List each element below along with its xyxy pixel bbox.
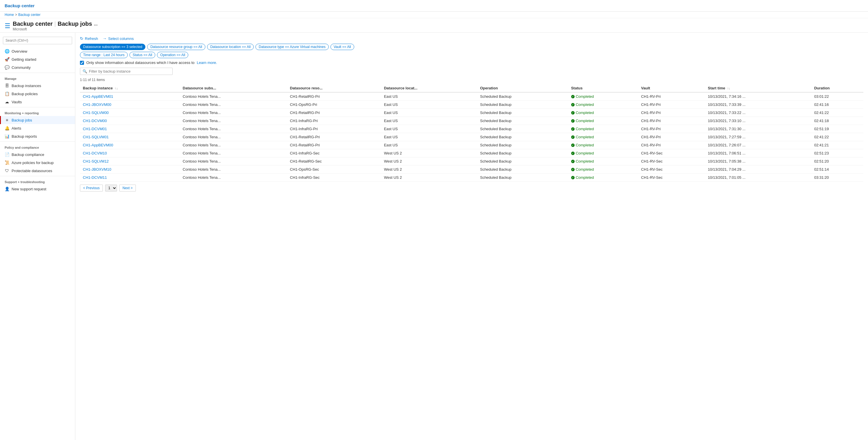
getting-started-icon: 🚀 — [5, 57, 9, 62]
cell-start-time: 10/13/2021, 7:05:38 ... — [705, 157, 811, 166]
sidebar-search-input[interactable] — [3, 37, 72, 44]
filter-input-wrap: 🔍 — [80, 68, 173, 75]
table-row[interactable]: CH1-DCVM10 Contoso Hotels Tena... CH1-In… — [80, 149, 863, 157]
sidebar-item-label-backup-compliance: Backup compliance — [11, 153, 44, 157]
cell-start-time: 10/13/2021, 7:33:10 ... — [705, 117, 811, 125]
alerts-icon: 🔔 — [5, 126, 9, 131]
overview-icon: 🌐 — [5, 49, 9, 54]
page-select[interactable]: 1 — [105, 184, 117, 192]
cell-backup-instance: CH1-AppBEVM00 — [80, 141, 180, 149]
status-completed-icon: ✓ — [571, 168, 575, 171]
breadcrumb: Home > Backup center — [0, 11, 868, 18]
filter-chip-datasource-rg[interactable]: Datasource resource group == All — [147, 44, 205, 50]
col-header-backup-instance[interactable]: Backup instance ↑↓ — [80, 84, 180, 92]
breadcrumb-current[interactable]: Backup center — [18, 13, 40, 17]
page-header-more[interactable]: ... — [94, 22, 98, 27]
cell-datasource-locat: East US — [381, 141, 477, 149]
cell-duration: 02:41:22 — [811, 109, 863, 117]
cell-datasource-locat: West US 2 — [381, 174, 477, 182]
status-completed-icon: ✓ — [571, 103, 575, 106]
col-header-operation[interactable]: Operation — [477, 84, 568, 92]
status-label: Completed — [576, 151, 594, 155]
table-row[interactable]: CH1-AppBEVM01 Contoso Hotels Tena... CH1… — [80, 92, 863, 101]
filter-chip-status[interactable]: Status == All — [129, 52, 155, 58]
sidebar-item-label-backup-policies: Backup policies — [11, 92, 38, 96]
sort-icon-backup-instance: ↑↓ — [115, 87, 118, 90]
filter-chip-datasource-loc[interactable]: Datasource location == All — [207, 44, 254, 50]
refresh-button[interactable]: ↻ Refresh — [80, 36, 98, 41]
col-header-vault[interactable]: Vault — [638, 84, 705, 92]
cell-datasource-locat: East US — [381, 109, 477, 117]
cell-vault: CH1-RV-Sec — [638, 149, 705, 157]
sidebar-item-backup-compliance[interactable]: 📄 Backup compliance — [0, 150, 75, 159]
filter-chips-row1: Datasource subscription == 3 selected Da… — [80, 44, 863, 50]
table-row[interactable]: CH1-AppBEVM00 Contoso Hotels Tena... CH1… — [80, 141, 863, 149]
table-row[interactable]: CH1-SQLVM00 Contoso Hotels Tena... CH1-R… — [80, 109, 863, 117]
cell-operation: Scheduled Backup — [477, 101, 568, 109]
filter-input[interactable] — [89, 69, 170, 73]
table-body: CH1-AppBEVM01 Contoso Hotels Tena... CH1… — [80, 92, 863, 182]
page-header-subtitle: Backup jobs — [58, 21, 92, 27]
cell-datasource-subs: Contoso Hotels Tena... — [180, 101, 287, 109]
sidebar-item-protectable-datasources[interactable]: 🛡 Protectable datasources — [0, 167, 75, 175]
sidebar-item-vaults[interactable]: ☁ Vaults — [0, 98, 75, 106]
cell-datasource-subs: Contoso Hotels Tena... — [180, 141, 287, 149]
cell-datasource-subs: Contoso Hotels Tena... — [180, 149, 287, 157]
status-label: Completed — [576, 127, 594, 131]
col-header-duration[interactable]: Duration — [811, 84, 863, 92]
toolbar: ↻ Refresh → Select columns — [80, 36, 863, 41]
filter-chip-datasource-sub[interactable]: Datasource subscription == 3 selected — [80, 44, 145, 50]
cell-start-time: 10/13/2021, 7:31:30 ... — [705, 125, 811, 133]
cell-datasource-reso: CH1-RetailRG-Pri — [287, 92, 381, 101]
next-button[interactable]: Next > — [119, 184, 136, 192]
cell-status: ✓ Completed — [568, 149, 638, 157]
cell-datasource-subs: Contoso Hotels Tena... — [180, 166, 287, 174]
page-header-icon: ☰ — [5, 22, 10, 30]
filter-chip-time-range[interactable]: Time range : Last 24 hours — [80, 52, 128, 58]
cell-datasource-subs: Contoso Hotels Tena... — [180, 117, 287, 125]
table-row[interactable]: CH1-DCVM00 Contoso Hotels Tena... CH1-In… — [80, 117, 863, 125]
sidebar-item-new-support[interactable]: 👤 New support request — [0, 185, 75, 193]
table-row[interactable]: CH1-JBOXVM10 Contoso Hotels Tena... CH1-… — [80, 166, 863, 174]
col-header-start-time[interactable]: Start time ↑↓ — [705, 84, 811, 92]
cell-datasource-locat: East US — [381, 92, 477, 101]
sidebar-item-label-alerts: Alerts — [11, 126, 21, 131]
previous-button[interactable]: < Previous — [80, 184, 103, 192]
table-row[interactable]: CH1-DCVM01 Contoso Hotels Tena... CH1-In… — [80, 125, 863, 133]
sidebar-section-support: Support + troubleshooting — [0, 177, 75, 185]
select-columns-button[interactable]: → Select columns — [103, 36, 134, 41]
col-header-datasource-locat[interactable]: Datasource locat... — [381, 84, 477, 92]
table-row[interactable]: CH1-SQLVM12 Contoso Hotels Tena... CH1-R… — [80, 157, 863, 166]
cell-duration: 03:31:20 — [811, 174, 863, 182]
cell-datasource-reso: CH1-InfraRG-Pri — [287, 117, 381, 125]
sidebar-item-overview[interactable]: 🌐 Overview — [0, 47, 75, 55]
sidebar-item-backup-reports[interactable]: 📊 Backup reports — [0, 132, 75, 140]
sidebar-item-getting-started[interactable]: 🚀 Getting started — [0, 55, 75, 63]
cell-datasource-locat: West US 2 — [381, 149, 477, 157]
sidebar-item-azure-policies[interactable]: 📜 Azure policies for backup — [0, 159, 75, 167]
cell-backup-instance: CH1-JBOXVM00 — [80, 101, 180, 109]
sidebar-item-alerts[interactable]: 🔔 Alerts — [0, 124, 75, 132]
cell-datasource-reso: CH1-RetailRG-Sec — [287, 157, 381, 166]
pagination: < Previous 1 Next > — [80, 184, 863, 192]
access-checkbox[interactable] — [80, 61, 84, 65]
sidebar-section-manage: Manage — [0, 74, 75, 81]
sidebar-item-backup-jobs[interactable]: ≡ Backup jobs — [0, 116, 75, 124]
sidebar-item-backup-policies[interactable]: 📋 Backup policies — [0, 90, 75, 98]
learn-more-link[interactable]: Learn more. — [197, 61, 217, 65]
cell-duration: 02:51:14 — [811, 166, 863, 174]
filter-chip-vault[interactable]: Vault == All — [331, 44, 354, 50]
filter-chip-operation[interactable]: Operation == All — [157, 52, 188, 58]
sidebar-divider-2 — [0, 107, 75, 107]
breadcrumb-home[interactable]: Home — [5, 13, 14, 17]
col-header-datasource-subs[interactable]: Datasource subs... — [180, 84, 287, 92]
filter-chip-datasource-type[interactable]: Datasource type == Azure Virtual machine… — [255, 44, 329, 50]
cell-start-time: 10/13/2021, 7:33:22 ... — [705, 109, 811, 117]
table-row[interactable]: CH1-SQLVM01 Contoso Hotels Tena... CH1-R… — [80, 133, 863, 141]
table-row[interactable]: CH1-DCVM11 Contoso Hotels Tena... CH1-In… — [80, 174, 863, 182]
col-header-datasource-reso[interactable]: Datasource reso... — [287, 84, 381, 92]
sidebar-item-backup-instances[interactable]: 🗄 Backup instances — [0, 81, 75, 90]
table-row[interactable]: CH1-JBOXVM00 Contoso Hotels Tena... CH1-… — [80, 101, 863, 109]
sidebar-item-community[interactable]: 💬 Community — [0, 63, 75, 71]
col-header-status[interactable]: Status — [568, 84, 638, 92]
